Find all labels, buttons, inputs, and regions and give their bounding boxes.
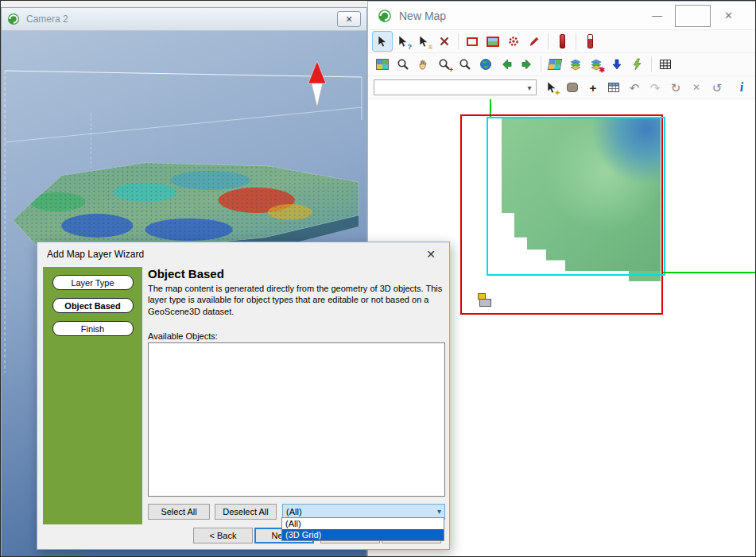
undo-icon: ↶ [630, 82, 640, 94]
rectangle-frame-tool-button[interactable] [462, 31, 483, 52]
rotate-ccw-icon: ↺ [712, 82, 723, 94]
delete-selection-tool-button[interactable] [434, 31, 455, 52]
borehole-marker-icon [587, 34, 593, 48]
available-objects-listbox[interactable] [148, 342, 445, 497]
wizard-step-finish[interactable]: Finish [52, 321, 134, 336]
map-green-horizontal-line [663, 272, 756, 273]
plus-icon: + [590, 82, 597, 94]
red-pencil-icon [528, 35, 541, 48]
help-tool-button[interactable]: i [731, 77, 752, 98]
select-all-button[interactable]: Select All [148, 504, 210, 520]
select-tool-button[interactable] [372, 31, 393, 52]
wizard-title: Add Map Layer Wizard [47, 249, 144, 260]
cancel-tool-button[interactable]: ✕ [686, 77, 707, 98]
undo-tool-button[interactable]: ↶ [624, 77, 645, 98]
add-map-layer-wizard-dialog: Add Map Layer Wizard ✕ Layer Type Object… [37, 242, 450, 550]
pan-tool-button[interactable] [413, 54, 434, 75]
redo-tool-button[interactable]: ↷ [645, 77, 665, 98]
import-layer-tool-button[interactable] [607, 54, 627, 75]
dropdown-option-all[interactable]: (All) [282, 518, 444, 529]
maximize-button[interactable] [675, 6, 711, 26]
select-feature-tool-button[interactable]: ✦ [541, 77, 562, 98]
red-pencil-tool-button[interactable] [524, 31, 545, 52]
minimize-button[interactable]: — [639, 6, 675, 26]
close-button[interactable]: ✕ [711, 6, 746, 26]
refresh-map-tool-button[interactable] [627, 54, 648, 75]
layers-icon [569, 58, 582, 71]
map-toolbar-row2: + ✱ [368, 53, 756, 76]
gear-icon [507, 35, 520, 48]
marker-flag [478, 293, 486, 300]
object-type-dropdown-list: (All) (3D Grid) [281, 517, 444, 541]
plus-icon: + [449, 67, 453, 74]
wizard-step-layer-type[interactable]: Layer Type [52, 275, 134, 290]
blue-down-arrow-icon [611, 58, 623, 71]
previous-extent-tool-button[interactable] [496, 54, 517, 75]
zoom-window-icon [397, 58, 409, 71]
grid-tool-button[interactable] [655, 54, 676, 75]
redo-icon: ↷ [650, 82, 661, 94]
image-frame-tool-button[interactable] [483, 31, 503, 52]
camera-titlebar[interactable]: Camera 2 ✕ [2, 8, 366, 31]
wizard-titlebar[interactable]: Add Map Layer Wizard ✕ [37, 242, 449, 265]
zoom-window-tool-button[interactable] [393, 54, 413, 75]
geoscene-logo-icon [7, 13, 20, 25]
goto-layer-icon [548, 59, 562, 70]
next-extent-tool-button[interactable] [517, 54, 537, 75]
add-feature-tool-button[interactable]: + [583, 77, 603, 98]
zoom-in-tool-button[interactable]: + [434, 54, 455, 75]
minimize-icon: — [639, 6, 675, 26]
refresh-tool-button[interactable]: ↻ [665, 77, 686, 98]
feature-combo-input[interactable] [374, 81, 523, 94]
camera-window-title: Camera 2 [26, 14, 68, 25]
toolbar-separator [651, 56, 652, 72]
toolbar-separator [576, 33, 576, 49]
object-type-combo-value: (All) [286, 507, 302, 516]
map-toolbar-row3: ▾ ✦ + ↶ ↷ ↻ ✕ ↺ i [368, 76, 756, 99]
zoom-region-tool-button[interactable] [372, 54, 393, 75]
back-button[interactable]: < Back [193, 528, 253, 543]
close-icon: ✕ [426, 248, 436, 261]
select-edit-tool-button[interactable]: ≡ [413, 31, 434, 52]
wizard-close-button[interactable]: ✕ [422, 248, 440, 261]
attribute-table-tool-button[interactable] [603, 77, 624, 98]
lightning-icon [631, 58, 644, 71]
camera-close-button[interactable]: ✕ [337, 11, 361, 27]
layers-tool-button[interactable] [565, 54, 586, 75]
geoscene-logo-icon [378, 9, 392, 23]
map-window-title: New Map [399, 10, 446, 22]
toolbar-separator [541, 56, 541, 72]
full-extent-tool-button[interactable] [475, 54, 496, 75]
layer-edit-tool-button[interactable]: ✱ [586, 54, 607, 75]
gear-tool-button[interactable] [503, 31, 524, 52]
zoom-region-icon [376, 59, 389, 70]
borehole-marker-tool-button[interactable] [580, 31, 600, 52]
chevron-down-icon: ▾ [523, 83, 536, 92]
screen: Camera 2 ✕ [0, 0, 756, 557]
goto-layer-tool-button[interactable] [545, 54, 565, 75]
identify-icon [567, 83, 578, 92]
profile-marker-icon [560, 34, 565, 48]
dropdown-option-3d-grid[interactable]: (3D Grid) [282, 529, 444, 540]
cancel-x-icon: ✕ [692, 82, 700, 94]
map-titlebar[interactable]: New Map — ✕ [368, 2, 756, 30]
arrow-right-icon [521, 58, 533, 71]
feature-combo[interactable]: ▾ [374, 79, 537, 95]
identify-tool-button[interactable] [562, 77, 583, 98]
toolbar-separator [548, 33, 549, 49]
profile-marker-tool-button[interactable] [552, 31, 572, 52]
image-icon [487, 37, 499, 47]
table-icon [607, 81, 620, 94]
close-icon: ✕ [345, 14, 352, 25]
wizard-content: Object Based The map content is generate… [148, 267, 445, 520]
wizard-step-object-based[interactable]: Object Based [52, 298, 134, 313]
select-info-tool-button[interactable]: ? [393, 31, 413, 52]
arrow-left-icon [500, 58, 513, 71]
close-icon: ✕ [711, 6, 746, 26]
info-icon: i [740, 80, 743, 95]
rotate-tool-button[interactable]: ↺ [707, 77, 727, 98]
deselect-all-button[interactable]: Deselect All [215, 504, 277, 520]
zoom-out-tool-button[interactable] [455, 54, 475, 75]
object-marker-icon[interactable] [478, 293, 494, 307]
grid-icon [659, 58, 672, 71]
